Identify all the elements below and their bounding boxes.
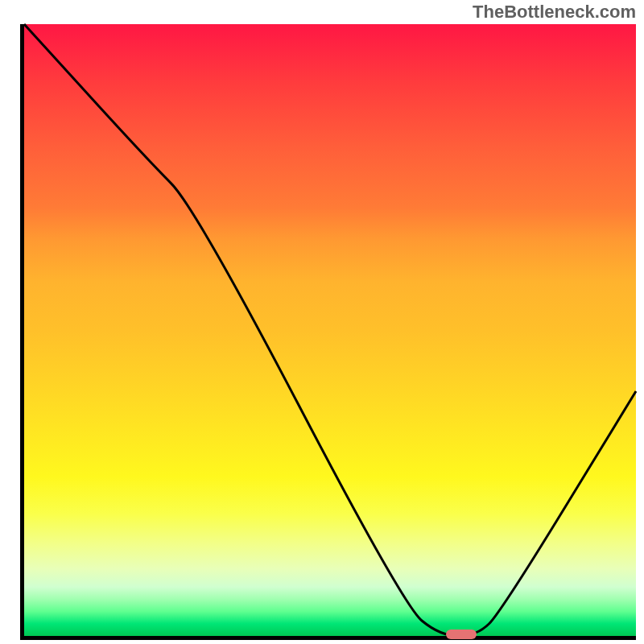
optimal-marker: [446, 630, 477, 639]
chart-bottom-border: [20, 636, 636, 640]
gradient-background: [24, 24, 636, 636]
bottleneck-chart: TheBottleneck.com: [0, 0, 644, 644]
chart-left-border: [20, 24, 24, 640]
watermark-text: TheBottleneck.com: [473, 2, 636, 23]
